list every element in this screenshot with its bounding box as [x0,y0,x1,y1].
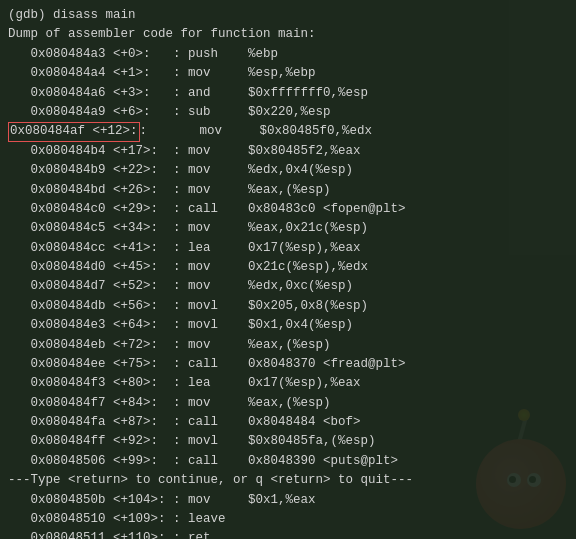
dump-header-text: Dump of assembler code for function main… [8,25,316,44]
asm-line: 0x08048511 <+110>: : ret [8,529,568,539]
terminal-window: (gdb) disass main Dump of assembler code… [0,0,576,539]
asm-line: 0x080484db <+56>: : movl $0x205,0x8(%esp… [8,297,568,316]
asm-line: 0x08048506 <+99>: : call 0x8048390 <puts… [8,452,568,471]
highlighted-addr: 0x080484af <+12>: [8,122,140,142]
asm-line: 0x080484a6 <+3>: : and $0xfffffff0,%esp [8,84,568,103]
asm-line: 0x080484cc <+41>: : lea 0x17(%esp),%eax [8,239,568,258]
asm-line: 0x080484ff <+92>: : movl $0x80485fa,(%es… [8,432,568,451]
asm-line: 0x080484b4 <+17>: : mov $0x80485f2,%eax [8,142,568,161]
asm-line: 0x08048510 <+109>: : leave [8,510,568,529]
asm-line: 0x080484f7 <+84>: : mov %eax,(%esp) [8,394,568,413]
dump-header-line: Dump of assembler code for function main… [8,25,568,44]
asm-line: 0x080484a4 <+1>: : mov %esp,%ebp [8,64,568,83]
asm-line: 0x080484d7 <+52>: : mov %edx,0xc(%esp) [8,277,568,296]
asm-line: 0x080484af <+12>:: mov $0x80485f0,%edx [8,122,568,142]
asm-line: 0x080484f3 <+80>: : lea 0x17(%esp),%eax [8,374,568,393]
asm-line: 0x080484ee <+75>: : call 0x8048370 <frea… [8,355,568,374]
separator-line: ---Type <return> to continue, or q <retu… [8,471,568,490]
prompt-line: (gdb) disass main [8,6,568,25]
asm-line: 0x080484bd <+26>: : mov %eax,(%esp) [8,181,568,200]
asm-line: 0x080484c5 <+34>: : mov %eax,0x21c(%esp) [8,219,568,238]
asm-line: 0x080484c0 <+29>: : call 0x80483c0 <fope… [8,200,568,219]
asm-line: 0x080484e3 <+64>: : movl $0x1,0x4(%esp) [8,316,568,335]
asm-line: 0x080484a3 <+0>: : push %ebp [8,45,568,64]
asm-line: 0x080484fa <+87>: : call 0x8048484 <bof> [8,413,568,432]
asm-line: 0x080484d0 <+45>: : mov 0x21c(%esp),%edx [8,258,568,277]
asm-line: 0x080484b9 <+22>: : mov %edx,0x4(%esp) [8,161,568,180]
asm-lines-container: 0x080484a3 <+0>: : push %ebp 0x080484a4 … [8,45,568,471]
asm-line: 0x080484a9 <+6>: : sub $0x220,%esp [8,103,568,122]
asm-lines2-container: 0x0804850b <+104>: : mov $0x1,%eax 0x080… [8,491,568,540]
asm-line: 0x0804850b <+104>: : mov $0x1,%eax [8,491,568,510]
prompt-text: (gdb) disass main [8,6,136,25]
asm-line: 0x080484eb <+72>: : mov %eax,(%esp) [8,336,568,355]
